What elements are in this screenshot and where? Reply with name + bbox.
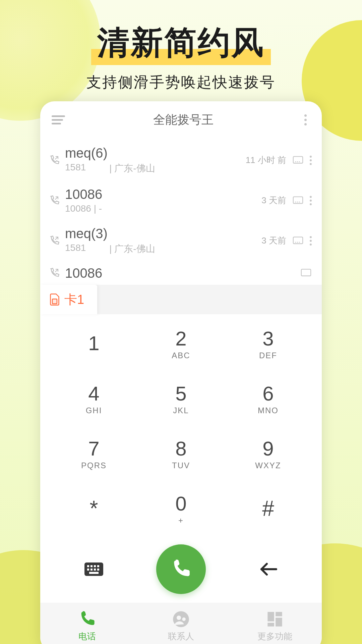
- svg-rect-18: [267, 612, 274, 621]
- key-4[interactable]: 4GHI: [50, 373, 137, 426]
- overflow-icon[interactable]: [300, 114, 310, 125]
- call-name: meq(3): [65, 226, 261, 241]
- svg-rect-3: [301, 269, 311, 276]
- hero-title: 清新简约风: [91, 20, 271, 65]
- key-5[interactable]: 5JKL: [137, 373, 225, 426]
- key-hash[interactable]: #: [225, 483, 312, 536]
- key-0[interactable]: 0+: [137, 483, 225, 536]
- call-location: | 广东-佛山: [109, 162, 155, 175]
- key-2[interactable]: 2ABC: [137, 318, 225, 371]
- key-3[interactable]: 3DEF: [225, 318, 312, 371]
- svg-rect-1: [293, 197, 303, 203]
- svg-rect-11: [90, 569, 93, 571]
- keyboard-icon[interactable]: [84, 562, 103, 576]
- svg-rect-7: [90, 565, 93, 567]
- tab-phone-label: 电话: [78, 631, 96, 642]
- backspace-icon[interactable]: [259, 562, 278, 577]
- call-log-list: meq(6) 1581| 广东-佛山 11 小时 前 10086 10086 |…: [40, 138, 322, 285]
- row-overflow-icon[interactable]: [310, 156, 312, 165]
- call-number: 1581: [65, 162, 86, 175]
- outgoing-call-icon: [49, 267, 60, 279]
- bottom-nav: 电话 联系人 更多功能: [40, 603, 322, 644]
- outgoing-call-icon: [49, 235, 60, 247]
- svg-rect-9: [97, 565, 99, 567]
- svg-point-17: [182, 617, 185, 621]
- key-9[interactable]: 9WXYZ: [225, 428, 312, 481]
- call-row[interactable]: meq(3) 1581| 广东-佛山 3 天前: [40, 220, 322, 261]
- row-overflow-icon[interactable]: [310, 236, 312, 246]
- svg-point-16: [177, 615, 181, 620]
- call-time: 3 天前: [261, 235, 286, 247]
- svg-rect-12: [94, 569, 96, 571]
- key-1[interactable]: 1: [50, 318, 137, 371]
- svg-rect-21: [267, 623, 274, 626]
- svg-rect-14: [89, 572, 99, 574]
- call-number: 10086 | -: [65, 203, 102, 214]
- key-7[interactable]: 7PQRS: [50, 428, 137, 481]
- tab-contacts[interactable]: 联系人: [134, 603, 228, 644]
- call-time: 11 小时 前: [246, 154, 286, 166]
- key-8[interactable]: 8TUV: [137, 428, 225, 481]
- contacts-tab-icon: [172, 610, 190, 628]
- tab-contacts-label: 联系人: [168, 631, 194, 642]
- call-name: 10086: [65, 187, 261, 202]
- sim-tab-label: 卡1: [64, 291, 84, 308]
- svg-rect-2: [293, 237, 303, 244]
- sim-card-icon: [50, 293, 60, 306]
- svg-rect-8: [94, 565, 96, 567]
- svg-rect-20: [276, 618, 282, 626]
- tab-phone[interactable]: 电话: [40, 603, 134, 644]
- svg-rect-6: [87, 565, 89, 567]
- svg-rect-10: [87, 569, 89, 571]
- hero-subtitle: 支持侧滑手势唤起快速拨号: [0, 72, 362, 92]
- svg-rect-0: [293, 156, 303, 163]
- call-name: 10086: [65, 266, 300, 281]
- phone-icon: [171, 559, 191, 580]
- more-tab-icon: [266, 610, 284, 628]
- call-location: | 广东-佛山: [109, 243, 155, 255]
- app-bar: 全能拨号王: [40, 101, 322, 138]
- svg-rect-19: [276, 612, 282, 616]
- call-row[interactable]: 10086 10086 | - 3 天前: [40, 181, 322, 220]
- row-overflow-icon[interactable]: [310, 196, 312, 205]
- sms-icon[interactable]: [292, 236, 304, 246]
- phone-tab-icon: [78, 610, 96, 628]
- call-row[interactable]: 10086: [40, 261, 322, 285]
- key-6[interactable]: 6MNO: [225, 373, 312, 426]
- dial-actions: [40, 540, 322, 603]
- sim-tab-1[interactable]: 卡1: [40, 285, 97, 314]
- tab-more[interactable]: 更多功能: [228, 603, 322, 644]
- svg-rect-13: [97, 569, 99, 571]
- key-star[interactable]: *: [50, 483, 137, 536]
- marketing-hero: 清新简约风 支持侧滑手势唤起快速拨号: [0, 20, 362, 92]
- sms-icon[interactable]: [292, 155, 304, 165]
- call-button[interactable]: [156, 544, 206, 594]
- call-row[interactable]: meq(6) 1581| 广东-佛山 11 小时 前: [40, 140, 322, 181]
- sms-icon[interactable]: [300, 268, 312, 278]
- call-name: meq(6): [65, 146, 246, 161]
- dial-pad: 1 2ABC 3DEF 4GHI 5JKL 6MNO 7PQRS 8TUV 9W…: [40, 314, 322, 540]
- outgoing-call-icon: [49, 195, 60, 206]
- phone-frame: 全能拨号王 meq(6) 1581| 广东-佛山 11 小时 前 10: [40, 101, 322, 644]
- sms-icon[interactable]: [292, 196, 304, 206]
- menu-icon[interactable]: [52, 115, 66, 124]
- call-time: 3 天前: [261, 195, 286, 206]
- svg-rect-4: [52, 299, 57, 304]
- tab-more-label: 更多功能: [257, 631, 292, 642]
- outgoing-call-icon: [49, 155, 60, 166]
- app-title: 全能拨号王: [66, 112, 300, 128]
- call-number: 1581: [65, 243, 86, 255]
- sim-tab-strip: 卡1: [40, 285, 322, 314]
